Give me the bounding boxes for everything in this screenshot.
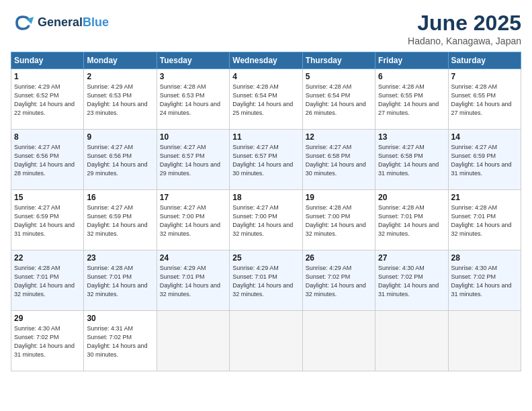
day-of-week-header: Friday xyxy=(375,52,448,69)
day-number: 2 xyxy=(87,72,153,81)
day-number: 25 xyxy=(232,253,299,263)
day-info: Sunrise: 4:31 AM Sunset: 7:02 PM Dayligh… xyxy=(87,324,153,359)
day-info: Sunrise: 4:27 AM Sunset: 6:59 PM Dayligh… xyxy=(14,203,81,238)
calendar-week-row: 22Sunrise: 4:28 AM Sunset: 7:01 PM Dayli… xyxy=(11,250,521,311)
title-area: June 2025 Hadano, Kanagawa, Japan xyxy=(408,11,521,46)
calendar-day-cell: 16Sunrise: 4:27 AM Sunset: 6:59 PM Dayli… xyxy=(84,190,157,250)
day-number: 18 xyxy=(232,193,299,202)
calendar-day-cell: 13Sunrise: 4:27 AM Sunset: 6:58 PM Dayli… xyxy=(375,130,448,190)
logo-icon xyxy=(11,11,35,35)
day-number: 20 xyxy=(378,193,445,202)
day-info: Sunrise: 4:30 AM Sunset: 7:02 PM Dayligh… xyxy=(378,264,445,299)
day-number: 12 xyxy=(306,132,372,142)
month-title: June 2025 xyxy=(408,11,521,36)
day-info: Sunrise: 4:28 AM Sunset: 6:53 PM Dayligh… xyxy=(160,83,226,118)
calendar-day-cell: 27Sunrise: 4:30 AM Sunset: 7:02 PM Dayli… xyxy=(375,250,448,311)
calendar-day-cell: 24Sunrise: 4:29 AM Sunset: 7:01 PM Dayli… xyxy=(157,250,229,311)
day-info: Sunrise: 4:27 AM Sunset: 6:56 PM Dayligh… xyxy=(14,143,81,178)
day-number: 30 xyxy=(87,314,153,323)
day-info: Sunrise: 4:29 AM Sunset: 7:01 PM Dayligh… xyxy=(160,264,226,299)
day-info: Sunrise: 4:28 AM Sunset: 7:00 PM Dayligh… xyxy=(306,203,372,238)
logo-text: GeneralBlue xyxy=(38,16,109,30)
day-of-week-header: Thursday xyxy=(302,52,375,69)
day-number: 14 xyxy=(451,132,518,142)
day-info: Sunrise: 4:27 AM Sunset: 7:00 PM Dayligh… xyxy=(160,203,226,238)
calendar-week-row: 1Sunrise: 4:29 AM Sunset: 6:52 PM Daylig… xyxy=(11,69,521,130)
calendar-day-cell: 23Sunrise: 4:28 AM Sunset: 7:01 PM Dayli… xyxy=(84,250,157,311)
day-info: Sunrise: 4:27 AM Sunset: 6:58 PM Dayligh… xyxy=(378,143,445,178)
day-number: 8 xyxy=(14,132,81,142)
header: GeneralBlue June 2025 Hadano, Kanagawa, … xyxy=(11,11,521,46)
day-number: 16 xyxy=(87,193,153,202)
day-of-week-header: Saturday xyxy=(448,52,521,69)
day-info: Sunrise: 4:30 AM Sunset: 7:02 PM Dayligh… xyxy=(14,324,81,359)
calendar-day-cell: 11Sunrise: 4:27 AM Sunset: 6:57 PM Dayli… xyxy=(230,130,302,190)
calendar-header-row: SundayMondayTuesdayWednesdayThursdayFrid… xyxy=(11,52,521,69)
day-number: 22 xyxy=(14,253,81,263)
day-info: Sunrise: 4:28 AM Sunset: 7:01 PM Dayligh… xyxy=(451,203,518,238)
day-info: Sunrise: 4:27 AM Sunset: 6:59 PM Dayligh… xyxy=(451,143,518,178)
day-info: Sunrise: 4:27 AM Sunset: 6:56 PM Dayligh… xyxy=(87,143,153,178)
day-number: 6 xyxy=(378,72,445,81)
calendar-day-cell: 19Sunrise: 4:28 AM Sunset: 7:00 PM Dayli… xyxy=(302,190,375,250)
calendar-day-cell: 29Sunrise: 4:30 AM Sunset: 7:02 PM Dayli… xyxy=(11,311,84,371)
calendar-day-cell xyxy=(302,311,375,371)
calendar-day-cell xyxy=(448,311,521,371)
day-number: 19 xyxy=(306,193,372,202)
day-info: Sunrise: 4:28 AM Sunset: 6:54 PM Dayligh… xyxy=(306,83,372,118)
calendar-day-cell: 7Sunrise: 4:28 AM Sunset: 6:55 PM Daylig… xyxy=(448,69,521,130)
day-info: Sunrise: 4:27 AM Sunset: 6:59 PM Dayligh… xyxy=(87,203,153,238)
calendar-day-cell: 9Sunrise: 4:27 AM Sunset: 6:56 PM Daylig… xyxy=(84,130,157,190)
logo: GeneralBlue xyxy=(11,11,109,35)
day-number: 23 xyxy=(87,253,153,263)
day-number: 1 xyxy=(14,72,81,81)
day-info: Sunrise: 4:28 AM Sunset: 7:01 PM Dayligh… xyxy=(378,203,445,238)
day-of-week-header: Tuesday xyxy=(157,52,229,69)
calendar-day-cell: 20Sunrise: 4:28 AM Sunset: 7:01 PM Dayli… xyxy=(375,190,448,250)
calendar-day-cell: 10Sunrise: 4:27 AM Sunset: 6:57 PM Dayli… xyxy=(157,130,229,190)
calendar-day-cell: 6Sunrise: 4:28 AM Sunset: 6:55 PM Daylig… xyxy=(375,69,448,130)
day-number: 28 xyxy=(451,253,518,263)
day-number: 24 xyxy=(160,253,226,263)
day-of-week-header: Monday xyxy=(84,52,157,69)
day-number: 21 xyxy=(451,193,518,202)
calendar-day-cell: 18Sunrise: 4:27 AM Sunset: 7:00 PM Dayli… xyxy=(230,190,302,250)
day-info: Sunrise: 4:27 AM Sunset: 6:57 PM Dayligh… xyxy=(160,143,226,178)
calendar-day-cell: 30Sunrise: 4:31 AM Sunset: 7:02 PM Dayli… xyxy=(84,311,157,371)
day-info: Sunrise: 4:27 AM Sunset: 6:58 PM Dayligh… xyxy=(306,143,372,178)
calendar-day-cell: 2Sunrise: 4:29 AM Sunset: 6:53 PM Daylig… xyxy=(84,69,157,130)
calendar-day-cell: 14Sunrise: 4:27 AM Sunset: 6:59 PM Dayli… xyxy=(448,130,521,190)
location-title: Hadano, Kanagawa, Japan xyxy=(408,36,521,46)
calendar-day-cell: 3Sunrise: 4:28 AM Sunset: 6:53 PM Daylig… xyxy=(157,69,229,130)
day-number: 26 xyxy=(306,253,372,263)
day-number: 13 xyxy=(378,132,445,142)
calendar-day-cell: 4Sunrise: 4:28 AM Sunset: 6:54 PM Daylig… xyxy=(230,69,302,130)
calendar-day-cell: 12Sunrise: 4:27 AM Sunset: 6:58 PM Dayli… xyxy=(302,130,375,190)
day-of-week-header: Sunday xyxy=(11,52,84,69)
day-number: 27 xyxy=(378,253,445,263)
calendar-day-cell xyxy=(157,311,229,371)
day-number: 9 xyxy=(87,132,153,142)
day-number: 29 xyxy=(14,314,81,323)
day-info: Sunrise: 4:27 AM Sunset: 6:57 PM Dayligh… xyxy=(232,143,299,178)
calendar-day-cell: 22Sunrise: 4:28 AM Sunset: 7:01 PM Dayli… xyxy=(11,250,84,311)
day-number: 15 xyxy=(14,193,81,202)
day-number: 11 xyxy=(232,132,299,142)
calendar-day-cell: 26Sunrise: 4:29 AM Sunset: 7:02 PM Dayli… xyxy=(302,250,375,311)
day-info: Sunrise: 4:28 AM Sunset: 7:01 PM Dayligh… xyxy=(14,264,81,299)
day-info: Sunrise: 4:29 AM Sunset: 6:53 PM Dayligh… xyxy=(87,83,153,118)
day-number: 17 xyxy=(160,193,226,202)
day-info: Sunrise: 4:29 AM Sunset: 6:52 PM Dayligh… xyxy=(14,83,81,118)
day-info: Sunrise: 4:28 AM Sunset: 7:01 PM Dayligh… xyxy=(87,264,153,299)
calendar-day-cell xyxy=(375,311,448,371)
calendar-day-cell: 15Sunrise: 4:27 AM Sunset: 6:59 PM Dayli… xyxy=(11,190,84,250)
day-number: 10 xyxy=(160,132,226,142)
day-number: 4 xyxy=(232,72,299,81)
day-info: Sunrise: 4:29 AM Sunset: 7:01 PM Dayligh… xyxy=(232,264,299,299)
calendar-week-row: 8Sunrise: 4:27 AM Sunset: 6:56 PM Daylig… xyxy=(11,130,521,190)
day-info: Sunrise: 4:28 AM Sunset: 6:55 PM Dayligh… xyxy=(451,83,518,118)
calendar-week-row: 15Sunrise: 4:27 AM Sunset: 6:59 PM Dayli… xyxy=(11,190,521,250)
day-info: Sunrise: 4:29 AM Sunset: 7:02 PM Dayligh… xyxy=(306,264,372,299)
day-info: Sunrise: 4:28 AM Sunset: 6:54 PM Dayligh… xyxy=(232,83,299,118)
day-of-week-header: Wednesday xyxy=(230,52,302,69)
